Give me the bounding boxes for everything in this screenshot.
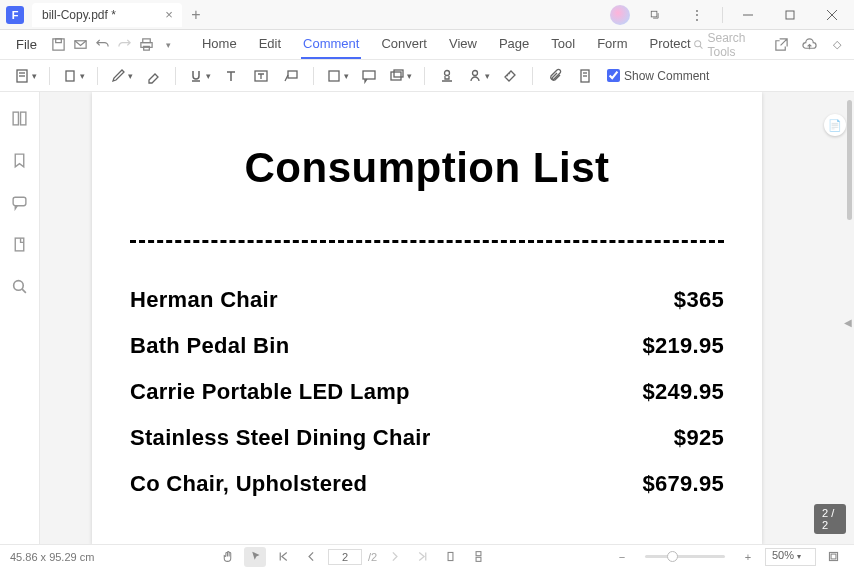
search-tools[interactable]: Search Tools bbox=[693, 31, 765, 59]
svg-line-33 bbox=[22, 289, 26, 293]
svg-point-24 bbox=[473, 70, 478, 75]
underline-tool[interactable]: ▾ bbox=[184, 63, 215, 89]
svg-rect-20 bbox=[363, 71, 375, 79]
svg-rect-36 bbox=[476, 557, 481, 561]
menu-tab-page[interactable]: Page bbox=[497, 30, 531, 59]
item-name: Stainless Steel Dining Chair bbox=[130, 425, 431, 451]
svg-rect-34 bbox=[448, 552, 453, 560]
attachment-panel-icon[interactable] bbox=[8, 232, 32, 256]
menu-tab-edit[interactable]: Edit bbox=[257, 30, 283, 59]
select-tool-icon[interactable] bbox=[244, 547, 266, 567]
note-tool[interactable]: ▾ bbox=[10, 63, 41, 89]
stamp-tool[interactable] bbox=[433, 63, 461, 89]
undo-icon[interactable] bbox=[91, 32, 113, 58]
svg-rect-18 bbox=[288, 71, 297, 78]
comment-panel-icon[interactable] bbox=[8, 190, 32, 214]
shape-tool[interactable]: ▾ bbox=[322, 63, 353, 89]
pencil-tool[interactable]: ▾ bbox=[106, 63, 137, 89]
page-number-input[interactable] bbox=[328, 549, 362, 565]
search-panel-icon[interactable] bbox=[8, 274, 32, 298]
share-icon[interactable] bbox=[638, 2, 672, 28]
cloud-sync-icon[interactable] bbox=[610, 5, 630, 25]
menu-tab-tool[interactable]: Tool bbox=[549, 30, 577, 59]
zoom-in-icon[interactable]: + bbox=[737, 547, 759, 567]
attachment-tool[interactable] bbox=[541, 63, 569, 89]
divider bbox=[130, 240, 724, 243]
svg-rect-0 bbox=[651, 11, 657, 17]
document-tab[interactable]: bill-Copy.pdf * × bbox=[32, 3, 182, 27]
vertical-scrollbar[interactable] bbox=[847, 100, 852, 220]
measure-tool[interactable] bbox=[496, 63, 524, 89]
bookmark-panel-icon[interactable] bbox=[8, 148, 32, 172]
page-dimensions: 45.86 x 95.29 cm bbox=[10, 551, 94, 563]
show-comment-toggle[interactable]: Show Comment bbox=[607, 69, 709, 83]
zoom-slider[interactable] bbox=[645, 555, 725, 558]
close-window-button[interactable] bbox=[815, 2, 849, 28]
first-page-icon[interactable] bbox=[272, 547, 294, 567]
list-item: Bath Pedal Bin$219.95 bbox=[130, 333, 724, 359]
close-tab-icon[interactable]: × bbox=[162, 8, 176, 22]
svg-rect-21 bbox=[391, 72, 401, 80]
item-price: $925 bbox=[674, 425, 724, 451]
collapse-ribbon-icon[interactable]: ◇ bbox=[826, 32, 848, 58]
menu-tab-view[interactable]: View bbox=[447, 30, 479, 59]
item-price: $679.95 bbox=[642, 471, 724, 497]
callout-tool[interactable] bbox=[277, 63, 305, 89]
text-box-tool[interactable] bbox=[247, 63, 275, 89]
item-price: $219.95 bbox=[642, 333, 724, 359]
signature-tool[interactable]: ▾ bbox=[463, 63, 494, 89]
show-comment-checkbox[interactable] bbox=[607, 69, 620, 82]
kebab-menu-icon[interactable]: ⋮ bbox=[680, 2, 714, 28]
menu-tab-home[interactable]: Home bbox=[200, 30, 239, 59]
expand-right-handle[interactable]: ◀ bbox=[844, 317, 852, 328]
prev-page-icon[interactable] bbox=[300, 547, 322, 567]
list-item: Co Chair, Upholstered$679.95 bbox=[130, 471, 724, 497]
svg-rect-6 bbox=[55, 39, 61, 43]
print-dropdown-icon[interactable]: ▾ bbox=[158, 32, 180, 58]
cloud-upload-icon[interactable] bbox=[799, 32, 821, 58]
last-page-icon[interactable] bbox=[411, 547, 433, 567]
show-comment-label: Show Comment bbox=[624, 69, 709, 83]
svg-line-12 bbox=[700, 46, 702, 48]
document-title: Consumption List bbox=[130, 144, 724, 192]
new-tab-button[interactable]: + bbox=[186, 5, 206, 25]
menu-tab-protect[interactable]: Protect bbox=[648, 30, 693, 59]
comment-tool[interactable] bbox=[355, 63, 383, 89]
menu-tab-convert[interactable]: Convert bbox=[379, 30, 429, 59]
highlight-tool[interactable]: ▾ bbox=[58, 63, 89, 89]
zoom-out-icon[interactable]: − bbox=[611, 547, 633, 567]
menu-tab-form[interactable]: Form bbox=[595, 30, 629, 59]
page-indicator-badge: 2 / 2 bbox=[814, 504, 846, 534]
item-name: Co Chair, Upholstered bbox=[130, 471, 367, 497]
redo-icon[interactable] bbox=[113, 32, 135, 58]
document-tool[interactable] bbox=[571, 63, 599, 89]
document-page: Consumption List Herman Chair$365Bath Pe… bbox=[92, 92, 762, 544]
hand-tool-icon[interactable] bbox=[216, 547, 238, 567]
next-page-icon[interactable] bbox=[383, 547, 405, 567]
print-icon[interactable] bbox=[136, 32, 158, 58]
text-tool[interactable] bbox=[217, 63, 245, 89]
svg-rect-16 bbox=[66, 71, 74, 81]
single-page-icon[interactable] bbox=[439, 547, 461, 567]
zoom-level-select[interactable]: 50% ▾ bbox=[765, 548, 816, 566]
eraser-tool[interactable] bbox=[139, 63, 167, 89]
svg-rect-30 bbox=[13, 197, 26, 206]
save-icon[interactable] bbox=[47, 32, 69, 58]
external-link-icon[interactable] bbox=[771, 32, 793, 58]
svg-point-32 bbox=[14, 280, 24, 290]
mail-icon[interactable] bbox=[69, 32, 91, 58]
svg-rect-10 bbox=[144, 46, 150, 50]
zoom-slider-thumb[interactable] bbox=[667, 551, 678, 562]
item-name: Carrie Portable LED Lamp bbox=[130, 379, 410, 405]
thumbnail-panel-icon[interactable] bbox=[8, 106, 32, 130]
list-item: Carrie Portable LED Lamp$249.95 bbox=[130, 379, 724, 405]
area-tool[interactable]: ▾ bbox=[385, 63, 416, 89]
continuous-page-icon[interactable] bbox=[467, 547, 489, 567]
fit-page-icon[interactable] bbox=[822, 547, 844, 567]
file-menu[interactable]: File bbox=[6, 34, 47, 55]
svg-rect-28 bbox=[13, 112, 18, 125]
minimize-button[interactable] bbox=[731, 2, 765, 28]
menu-tab-comment[interactable]: Comment bbox=[301, 30, 361, 59]
maximize-button[interactable] bbox=[773, 2, 807, 28]
assistant-icon[interactable]: 📄 bbox=[824, 114, 846, 136]
